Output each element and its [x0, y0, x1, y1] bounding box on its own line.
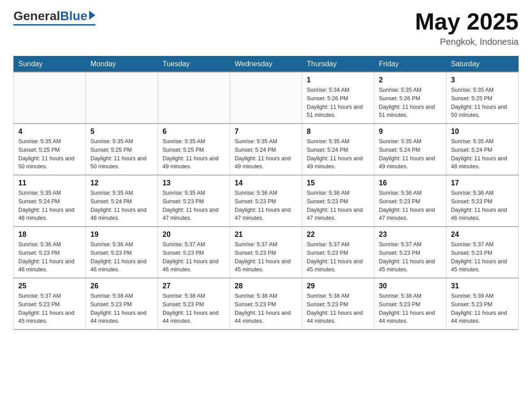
calendar-cell: 10Sunrise: 5:35 AMSunset: 5:24 PMDayligh…: [446, 124, 519, 175]
day-info: Sunrise: 5:36 AMSunset: 5:23 PMDaylight:…: [18, 240, 81, 274]
day-of-week-header: Sunday: [14, 56, 86, 73]
day-number: 20: [163, 231, 225, 239]
day-number: 5: [90, 128, 153, 136]
day-info: Sunrise: 5:35 AMSunset: 5:25 PMDaylight:…: [163, 137, 225, 171]
calendar-cell: 21Sunrise: 5:37 AMSunset: 5:23 PMDayligh…: [230, 227, 302, 278]
calendar-week-row: 4Sunrise: 5:35 AMSunset: 5:25 PMDaylight…: [14, 124, 519, 175]
calendar-cell: 29Sunrise: 5:38 AMSunset: 5:23 PMDayligh…: [302, 278, 374, 330]
day-number: 17: [451, 179, 514, 187]
day-info: Sunrise: 5:35 AMSunset: 5:23 PMDaylight:…: [163, 189, 225, 223]
day-number: 10: [451, 128, 514, 136]
day-of-week-header: Monday: [86, 56, 158, 73]
logo-underline: [13, 24, 95, 26]
day-info: Sunrise: 5:36 AMSunset: 5:23 PMDaylight:…: [90, 240, 153, 274]
day-number: 6: [163, 128, 225, 136]
calendar-week-row: 1Sunrise: 5:34 AMSunset: 5:26 PMDaylight…: [14, 72, 519, 124]
month-year-title: May 2025: [415, 9, 519, 34]
calendar-cell: 1Sunrise: 5:34 AMSunset: 5:26 PMDaylight…: [302, 72, 374, 124]
calendar-cell: 30Sunrise: 5:38 AMSunset: 5:23 PMDayligh…: [374, 278, 446, 330]
day-number: 9: [379, 128, 442, 136]
day-info: Sunrise: 5:38 AMSunset: 5:23 PMDaylight:…: [379, 292, 442, 325]
day-info: Sunrise: 5:38 AMSunset: 5:23 PMDaylight:…: [163, 292, 225, 325]
calendar-cell: 7Sunrise: 5:35 AMSunset: 5:24 PMDaylight…: [230, 124, 302, 175]
day-number: 14: [235, 179, 297, 187]
day-info: Sunrise: 5:36 AMSunset: 5:23 PMDaylight:…: [235, 189, 297, 223]
calendar-cell: 8Sunrise: 5:35 AMSunset: 5:24 PMDaylight…: [302, 124, 374, 175]
calendar-cell: 23Sunrise: 5:37 AMSunset: 5:23 PMDayligh…: [374, 227, 446, 278]
title-section: May 2025 Pengkok, Indonesia: [415, 9, 519, 47]
calendar-cell: [86, 72, 158, 124]
day-number: 18: [18, 231, 81, 239]
day-number: 3: [451, 76, 514, 84]
calendar-header-row: SundayMondayTuesdayWednesdayThursdayFrid…: [14, 56, 519, 73]
page-header: General Blue May 2025 Pengkok, Indonesia: [13, 9, 519, 47]
logo-triangle-icon: [89, 11, 95, 20]
calendar-cell: 18Sunrise: 5:36 AMSunset: 5:23 PMDayligh…: [14, 227, 86, 278]
calendar-cell: 11Sunrise: 5:35 AMSunset: 5:24 PMDayligh…: [14, 175, 86, 227]
calendar-table: SundayMondayTuesdayWednesdayThursdayFrid…: [13, 56, 519, 330]
day-info: Sunrise: 5:35 AMSunset: 5:24 PMDaylight:…: [379, 137, 442, 171]
calendar-week-row: 18Sunrise: 5:36 AMSunset: 5:23 PMDayligh…: [14, 227, 519, 278]
logo-general-text: General: [13, 9, 60, 23]
calendar-cell: 14Sunrise: 5:36 AMSunset: 5:23 PMDayligh…: [230, 175, 302, 227]
day-info: Sunrise: 5:38 AMSunset: 5:23 PMDaylight:…: [235, 292, 297, 325]
calendar-cell: 25Sunrise: 5:37 AMSunset: 5:23 PMDayligh…: [14, 278, 86, 330]
calendar-cell: 2Sunrise: 5:35 AMSunset: 5:26 PMDaylight…: [374, 72, 446, 124]
day-number: 16: [379, 179, 442, 187]
calendar-cell: 20Sunrise: 5:37 AMSunset: 5:23 PMDayligh…: [158, 227, 230, 278]
day-info: Sunrise: 5:36 AMSunset: 5:23 PMDaylight:…: [451, 189, 514, 223]
day-number: 31: [451, 282, 514, 290]
calendar-cell: 15Sunrise: 5:36 AMSunset: 5:23 PMDayligh…: [302, 175, 374, 227]
day-info: Sunrise: 5:38 AMSunset: 5:23 PMDaylight:…: [307, 292, 369, 325]
day-info: Sunrise: 5:35 AMSunset: 5:24 PMDaylight:…: [307, 137, 369, 171]
day-info: Sunrise: 5:35 AMSunset: 5:24 PMDaylight:…: [90, 189, 153, 223]
calendar-cell: [14, 72, 86, 124]
calendar-week-row: 11Sunrise: 5:35 AMSunset: 5:24 PMDayligh…: [14, 175, 519, 227]
calendar-week-row: 25Sunrise: 5:37 AMSunset: 5:23 PMDayligh…: [14, 278, 519, 330]
day-number: 4: [18, 128, 81, 136]
day-info: Sunrise: 5:37 AMSunset: 5:23 PMDaylight:…: [18, 292, 81, 325]
day-number: 21: [235, 231, 297, 239]
calendar-cell: 24Sunrise: 5:37 AMSunset: 5:23 PMDayligh…: [446, 227, 519, 278]
day-info: Sunrise: 5:34 AMSunset: 5:26 PMDaylight:…: [307, 86, 369, 120]
day-info: Sunrise: 5:37 AMSunset: 5:23 PMDaylight:…: [163, 240, 225, 274]
calendar-cell: 4Sunrise: 5:35 AMSunset: 5:25 PMDaylight…: [14, 124, 86, 175]
day-info: Sunrise: 5:35 AMSunset: 5:25 PMDaylight:…: [18, 137, 81, 171]
day-info: Sunrise: 5:38 AMSunset: 5:23 PMDaylight:…: [90, 292, 153, 325]
day-info: Sunrise: 5:39 AMSunset: 5:23 PMDaylight:…: [451, 292, 514, 325]
day-number: 12: [90, 179, 153, 187]
logo-blue-text: Blue: [60, 9, 87, 23]
day-number: 30: [379, 282, 442, 290]
calendar-cell: 17Sunrise: 5:36 AMSunset: 5:23 PMDayligh…: [446, 175, 519, 227]
day-number: 19: [90, 231, 153, 239]
day-info: Sunrise: 5:37 AMSunset: 5:23 PMDaylight:…: [451, 240, 514, 274]
day-number: 8: [307, 128, 369, 136]
location-subtitle: Pengkok, Indonesia: [415, 37, 519, 47]
calendar-cell: 19Sunrise: 5:36 AMSunset: 5:23 PMDayligh…: [86, 227, 158, 278]
day-info: Sunrise: 5:36 AMSunset: 5:23 PMDaylight:…: [307, 189, 369, 223]
day-number: 13: [163, 179, 225, 187]
day-info: Sunrise: 5:35 AMSunset: 5:26 PMDaylight:…: [379, 86, 442, 120]
day-info: Sunrise: 5:35 AMSunset: 5:24 PMDaylight:…: [18, 189, 81, 223]
calendar-cell: [158, 72, 230, 124]
day-info: Sunrise: 5:35 AMSunset: 5:24 PMDaylight:…: [235, 137, 297, 171]
calendar-cell: 3Sunrise: 5:35 AMSunset: 5:25 PMDaylight…: [446, 72, 519, 124]
day-number: 1: [307, 76, 369, 84]
day-info: Sunrise: 5:35 AMSunset: 5:24 PMDaylight:…: [451, 137, 514, 171]
calendar-cell: [230, 72, 302, 124]
day-info: Sunrise: 5:37 AMSunset: 5:23 PMDaylight:…: [235, 240, 297, 274]
day-of-week-header: Friday: [374, 56, 446, 73]
day-number: 2: [379, 76, 442, 84]
calendar-cell: 28Sunrise: 5:38 AMSunset: 5:23 PMDayligh…: [230, 278, 302, 330]
calendar-cell: 22Sunrise: 5:37 AMSunset: 5:23 PMDayligh…: [302, 227, 374, 278]
calendar-cell: 12Sunrise: 5:35 AMSunset: 5:24 PMDayligh…: [86, 175, 158, 227]
day-number: 29: [307, 282, 369, 290]
calendar-cell: 9Sunrise: 5:35 AMSunset: 5:24 PMDaylight…: [374, 124, 446, 175]
calendar-cell: 16Sunrise: 5:36 AMSunset: 5:23 PMDayligh…: [374, 175, 446, 227]
day-info: Sunrise: 5:36 AMSunset: 5:23 PMDaylight:…: [379, 189, 442, 223]
day-of-week-header: Saturday: [446, 56, 519, 73]
calendar-cell: 27Sunrise: 5:38 AMSunset: 5:23 PMDayligh…: [158, 278, 230, 330]
day-info: Sunrise: 5:37 AMSunset: 5:23 PMDaylight:…: [307, 240, 369, 274]
day-number: 26: [90, 282, 153, 290]
day-info: Sunrise: 5:35 AMSunset: 5:25 PMDaylight:…: [90, 137, 153, 171]
